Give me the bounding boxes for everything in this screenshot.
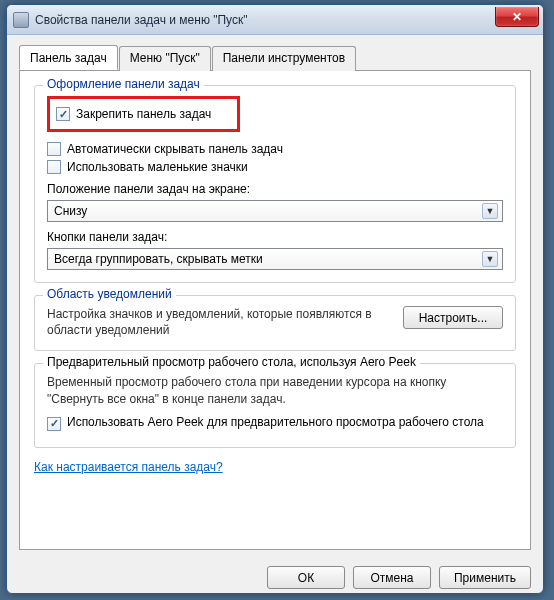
close-button[interactable]: ✕	[495, 7, 539, 27]
help-link[interactable]: Как настраивается панель задач?	[34, 460, 223, 474]
dropdown-position[interactable]: Снизу ▼	[47, 200, 503, 222]
checkbox-lock-taskbar[interactable]	[56, 107, 70, 121]
close-icon: ✕	[512, 10, 522, 24]
tab-toolbars[interactable]: Панели инструментов	[212, 46, 356, 71]
apply-button[interactable]: Применить	[439, 566, 531, 589]
label-autohide: Автоматически скрывать панель задач	[67, 142, 283, 156]
label-buttons: Кнопки панели задач:	[47, 230, 503, 244]
cancel-button[interactable]: Отмена	[353, 566, 431, 589]
dropdown-buttons-value: Всегда группировать, скрывать метки	[54, 252, 263, 266]
dropdown-position-value: Снизу	[54, 204, 87, 218]
aero-desc: Временный просмотр рабочего стола при на…	[47, 374, 503, 406]
customize-button[interactable]: Настроить...	[403, 306, 503, 329]
group-appearance: Оформление панели задач Закрепить панель…	[34, 85, 516, 283]
titlebar[interactable]: Свойства панели задач и меню "Пуск" ✕	[7, 5, 543, 35]
group-aero-peek: Предварительный просмотр рабочего стола,…	[34, 363, 516, 447]
chevron-down-icon: ▼	[482, 203, 498, 219]
checkbox-aero-peek[interactable]	[47, 417, 61, 431]
dialog-window: Свойства панели задач и меню "Пуск" ✕ Па…	[6, 4, 544, 594]
label-position: Положение панели задач на экране:	[47, 182, 503, 196]
group-appearance-legend: Оформление панели задач	[43, 77, 204, 91]
row-autohide[interactable]: Автоматически скрывать панель задач	[47, 142, 503, 156]
tab-strip: Панель задач Меню "Пуск" Панели инструме…	[19, 46, 531, 71]
label-lock-taskbar: Закрепить панель задач	[76, 107, 211, 121]
row-lock-taskbar[interactable]: Закрепить панель задач	[56, 107, 211, 121]
app-icon	[13, 12, 29, 28]
window-title: Свойства панели задач и меню "Пуск"	[35, 13, 248, 27]
label-aero-peek: Использовать Aero Peek для предварительн…	[67, 415, 484, 429]
row-small-icons[interactable]: Использовать маленькие значки	[47, 160, 503, 174]
group-notif-legend: Область уведомлений	[43, 287, 176, 301]
notif-desc: Настройка значков и уведомлений, которые…	[47, 306, 393, 338]
group-aero-legend: Предварительный просмотр рабочего стола,…	[43, 355, 420, 369]
checkbox-small-icons[interactable]	[47, 160, 61, 174]
label-small-icons: Использовать маленькие значки	[67, 160, 248, 174]
checkbox-autohide[interactable]	[47, 142, 61, 156]
highlight-lock-taskbar: Закрепить панель задач	[47, 96, 240, 132]
group-notification-area: Область уведомлений Настройка значков и …	[34, 295, 516, 351]
tab-pane-taskbar: Оформление панели задач Закрепить панель…	[19, 70, 531, 550]
row-aero-peek[interactable]: Использовать Aero Peek для предварительн…	[47, 415, 503, 431]
dialog-button-row: ОК Отмена Применить	[7, 558, 543, 591]
dropdown-buttons[interactable]: Всегда группировать, скрывать метки ▼	[47, 248, 503, 270]
chevron-down-icon: ▼	[482, 251, 498, 267]
ok-button[interactable]: ОК	[267, 566, 345, 589]
tab-taskbar[interactable]: Панель задач	[19, 45, 118, 70]
tab-start-menu[interactable]: Меню "Пуск"	[119, 46, 211, 71]
client-area: Панель задач Меню "Пуск" Панели инструме…	[7, 35, 543, 558]
